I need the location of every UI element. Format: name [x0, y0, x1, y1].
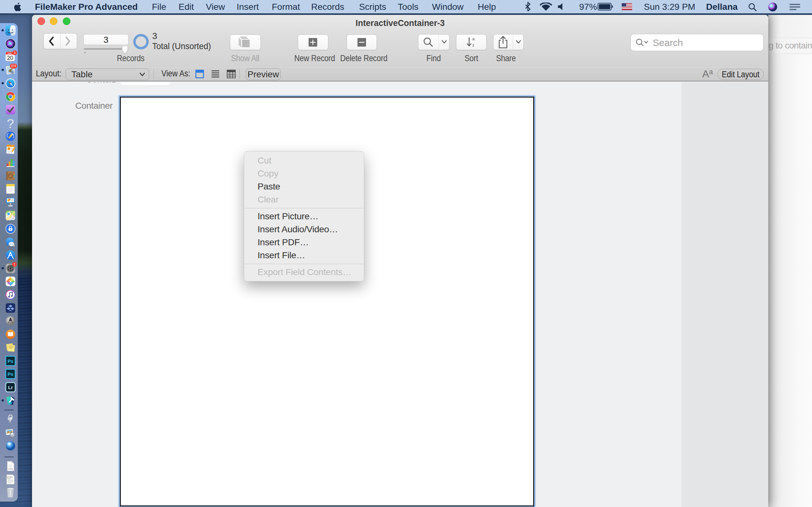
svg-text:z: z	[472, 43, 474, 48]
svg-text:20: 20	[7, 55, 13, 61]
svg-text:List: List	[9, 345, 12, 347]
svg-text:LOG: LOG	[8, 468, 13, 470]
svg-text:a: a	[472, 37, 475, 41]
svg-text:Ps: Ps	[8, 372, 13, 377]
svg-text:JAN: JAN	[8, 52, 11, 55]
svg-text:3D: 3D	[12, 217, 14, 219]
svg-text:Lr: Lr	[8, 385, 13, 390]
svg-text:Ps: Ps	[8, 358, 13, 364]
